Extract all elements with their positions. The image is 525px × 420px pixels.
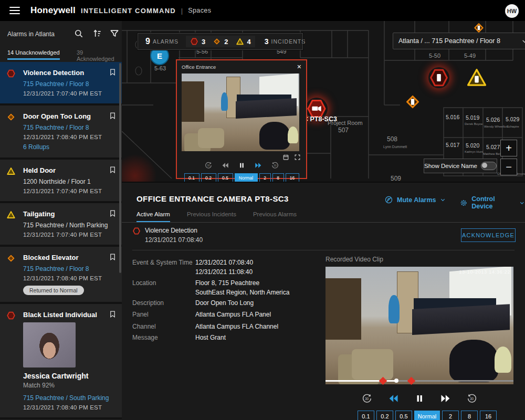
video-timestamp-overlay: 13-10-2013 14:36:22: [459, 269, 510, 275]
alarm-location-link[interactable]: 715 Peachtree / South Parking: [23, 394, 114, 402]
skip-forward-30-icon[interactable]: 30: [271, 161, 279, 170]
filter-icon[interactable]: [109, 28, 121, 40]
search-icon[interactable]: [74, 28, 85, 40]
sidebar-header: Alarms in Atlanta: [0, 21, 122, 46]
alarm-item-violence-detection[interactable]: Violence Detection 715 Peachtree / Floor…: [0, 62, 122, 103]
menu-icon[interactable]: [9, 7, 20, 14]
skip-back-30-icon[interactable]: 30: [361, 393, 373, 404]
room-label: 508: [387, 135, 397, 143]
floor-plan-map[interactable]: E 5-63 5-56 549 5-50 5-49 Project Room 5…: [122, 21, 525, 182]
speed-button[interactable]: 0.1: [358, 411, 374, 420]
speed-button[interactable]: 2: [259, 173, 271, 182]
playhead[interactable]: [394, 379, 398, 383]
rewind-icon[interactable]: [388, 393, 400, 404]
fullscreen-icon[interactable]: [294, 154, 301, 161]
speed-button[interactable]: 0.5: [218, 173, 233, 182]
critical-door-marker[interactable]: [428, 67, 449, 88]
alarm-location-link[interactable]: 715 Peachtree / Floor 8: [23, 80, 114, 88]
skip-back-30-icon[interactable]: 30: [204, 161, 213, 170]
section-name: Spaces: [188, 7, 211, 14]
acknowledge-button[interactable]: ACKNOWLEDGE: [461, 228, 516, 242]
bookmark-icon[interactable]: [109, 253, 117, 261]
calendar-icon[interactable]: [282, 154, 289, 161]
pause-icon[interactable]: [415, 393, 424, 404]
speed-button[interactable]: 2: [442, 411, 459, 420]
room-label: 509: [391, 175, 401, 182]
alarm-time: 12/31/2021 7:08:40 PM EST: [23, 134, 114, 140]
alarm-sidebar: Alarms in Atlanta 14 Unacknowledged 39 A…: [0, 21, 122, 420]
minor-door-marker[interactable]: [466, 67, 487, 88]
skip-forward-30-icon[interactable]: 30: [466, 393, 478, 404]
tab-unacknowledged[interactable]: 14 Unacknowledged: [7, 49, 60, 60]
speed-button[interactable]: 0.5: [395, 411, 412, 420]
alarm-time: 12/31/2021 7:07:40 PM EST: [23, 232, 114, 238]
desk-number: 5.029: [506, 116, 519, 122]
alarm-location-link[interactable]: 715 Peachtree / Floor 8: [23, 265, 114, 272]
field-value: 12/31/2021 07:08:40: [195, 259, 253, 266]
desk-number: 5.027: [486, 144, 500, 150]
desk-number: 5.017: [446, 142, 459, 148]
speed-button[interactable]: 0.2: [201, 173, 216, 182]
section-divider: [132, 250, 514, 250]
desk-number: 5.020: [466, 142, 479, 149]
incident-count: 3: [265, 37, 269, 46]
alarm-rollups-link[interactable]: 6 Rollups: [23, 143, 114, 151]
speed-button-active[interactable]: Normal: [235, 173, 258, 182]
map-zoom-in-button[interactable]: +: [500, 140, 517, 156]
svg-text:30: 30: [274, 164, 277, 167]
alarm-count: 9: [145, 37, 150, 46]
tab-acknowledged[interactable]: 39 Acknowledged: [77, 49, 122, 62]
bookmark-icon[interactable]: [109, 68, 117, 77]
control-device-label: Control Device: [471, 195, 516, 210]
fast-forward-icon[interactable]: [439, 393, 451, 404]
control-device-button[interactable]: Control Device: [459, 195, 525, 210]
field-label: Message: [132, 334, 194, 341]
tab-previous-incidents[interactable]: Previous Incidents: [187, 211, 236, 223]
recorded-video-label: Recorded Video Clip: [326, 256, 383, 263]
camera-popup: Office Entrance × 30 30 0.1 0.2: [176, 59, 307, 179]
speed-button[interactable]: 8: [461, 411, 478, 420]
user-avatar[interactable]: HW: [505, 4, 519, 18]
desk-occupant: Kathryn Hunt: [465, 150, 483, 153]
alarm-item-door-open-too-long[interactable]: Door Open Too Long 715 Peachtree / Floor…: [0, 106, 122, 158]
alarm-item-tailgating[interactable]: Tailgating 715 Peachtree / North Parking…: [0, 203, 122, 245]
popup-header: Office Entrance ×: [177, 60, 306, 73]
rewind-icon[interactable]: [222, 162, 229, 169]
device-name-toggle[interactable]: [481, 162, 497, 170]
device-name-toggle-bar: Show Device Name: [424, 159, 497, 173]
field-value: SouthEast Region, North America: [195, 289, 289, 296]
mute-alarms-button[interactable]: Mute Alarms: [384, 195, 446, 204]
device-detail-panel: OFFICE ENTRANCE CAMERA PT8-SC3 Mute Alar…: [122, 182, 525, 420]
alarm-item-held-door[interactable]: Held Door 1200 Northside / Floor 1 12/31…: [0, 160, 122, 201]
major-door-marker[interactable]: [403, 92, 422, 111]
speed-button[interactable]: 8: [272, 173, 284, 182]
bookmark-icon[interactable]: [109, 111, 117, 120]
tab-previous-alarms[interactable]: Previous Alarms: [253, 211, 297, 223]
critical-hexagon-icon: [6, 311, 16, 320]
close-icon[interactable]: ×: [297, 63, 301, 70]
alarm-item-blocked-elevator[interactable]: Blocked Elevator 715 Peachtree / Floor 8…: [0, 247, 122, 302]
speed-button[interactable]: 0.1: [184, 173, 200, 182]
speed-button[interactable]: 16: [286, 173, 299, 182]
device-name-toggle-label: Show Device Name: [424, 163, 477, 169]
minor-triangle-icon: [6, 166, 16, 176]
map-zoom-out-button[interactable]: −: [500, 159, 517, 175]
svg-text:30: 30: [365, 397, 369, 401]
alarm-title: Violence Detection: [23, 69, 114, 77]
speed-button-active[interactable]: Normal: [414, 411, 440, 420]
sidebar-scrollbar[interactable]: [119, 63, 121, 273]
speed-button[interactable]: 16: [480, 411, 497, 420]
speed-button[interactable]: 0.2: [376, 411, 393, 420]
bookmark-icon[interactable]: [109, 165, 117, 174]
bookmark-icon[interactable]: [109, 209, 117, 218]
bookmark-icon[interactable]: [109, 310, 117, 319]
pause-icon[interactable]: [238, 162, 245, 169]
alarm-location-link[interactable]: 715 Peachtree / Floor 8: [23, 124, 114, 131]
sort-icon[interactable]: [92, 28, 103, 40]
fast-forward-icon[interactable]: [254, 162, 262, 169]
alarm-title: Held Door: [23, 166, 114, 174]
location-selector[interactable]: Atlanta / ... 715 Peachtree / Floor 8: [393, 33, 525, 49]
recorded-video-player[interactable]: 13-10-2013 14:36:22: [326, 267, 513, 384]
alarm-item-black-listed-individual[interactable]: Black Listed Individual Jessica Cartwrig…: [0, 304, 122, 417]
tab-active-alarm[interactable]: Active Alarm: [136, 211, 170, 223]
